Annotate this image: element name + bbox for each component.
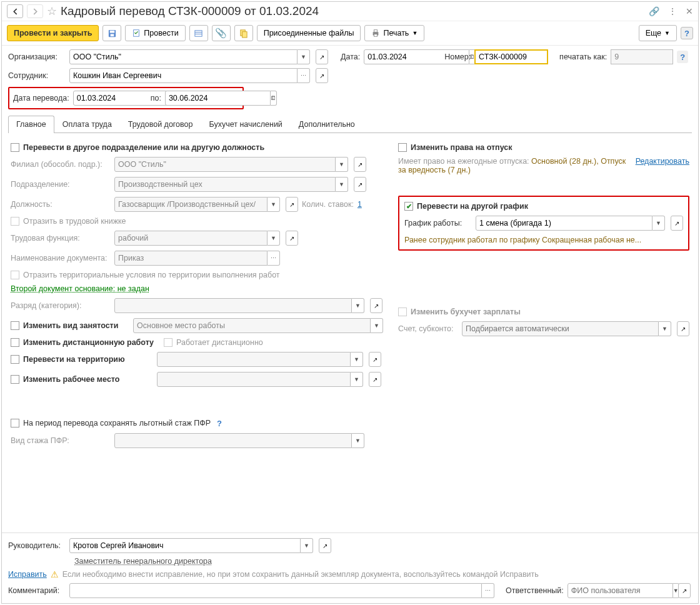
help-button[interactable]: ? xyxy=(681,27,693,39)
copy-button[interactable] xyxy=(234,25,253,41)
tab-main[interactable]: Главное xyxy=(8,116,54,132)
open-icon[interactable]: ↗ xyxy=(677,321,689,336)
accounting-label: Изменить бухучет зарплаты xyxy=(411,308,521,316)
help-icon[interactable]: ? xyxy=(214,418,224,428)
fix-link[interactable]: Исправить xyxy=(8,570,47,579)
print-button[interactable]: Печать▼ xyxy=(364,25,424,41)
svg-rect-11 xyxy=(374,34,378,37)
org-input[interactable] xyxy=(69,49,298,64)
svg-rect-1 xyxy=(110,30,115,32)
dropdown-icon[interactable]: ▼ xyxy=(652,216,665,231)
position-input xyxy=(114,197,268,212)
second-doc-link[interactable]: Второй документ основание: не задан xyxy=(11,284,149,293)
remote-chk[interactable] xyxy=(11,338,19,347)
kebab-icon[interactable]: ⋮ xyxy=(668,6,677,16)
more-button[interactable]: Еще▼ xyxy=(639,25,677,41)
rates-link[interactable]: 1 xyxy=(358,200,362,209)
svg-rect-2 xyxy=(111,34,114,36)
list-button[interactable] xyxy=(189,25,208,41)
number-input[interactable] xyxy=(474,49,548,64)
employee-input[interactable] xyxy=(69,68,298,83)
head-input[interactable] xyxy=(69,538,301,553)
account-label: Счет, субконто: xyxy=(398,324,458,333)
open-icon[interactable]: ↗ xyxy=(671,216,683,231)
post-and-close-button[interactable]: Провести и закрыть xyxy=(7,25,99,41)
func-label: Трудовая функция: xyxy=(11,234,111,242)
transfer-to-input[interactable] xyxy=(165,91,271,106)
employment-chk[interactable] xyxy=(11,321,19,330)
open-icon[interactable]: ↗ xyxy=(286,197,298,212)
territory-reflect-label: Отразить территориальные условия по терр… xyxy=(23,271,280,279)
employee-label: Сотрудник: xyxy=(8,71,66,80)
dropdown-icon[interactable]: ▼ xyxy=(352,298,364,313)
dropdown-icon[interactable]: ▼ xyxy=(268,197,280,212)
transfer-from-input[interactable] xyxy=(73,91,179,106)
tab-extra[interactable]: Дополнительно xyxy=(291,116,363,132)
docname-label: Наименование документа: xyxy=(11,254,111,262)
dropdown-icon[interactable]: ▼ xyxy=(336,157,348,172)
print-as-label: печатать как: xyxy=(559,52,607,61)
vacation-edit-link[interactable]: Редактировать xyxy=(636,157,689,166)
vacation-chk[interactable] xyxy=(398,143,407,152)
open-icon[interactable]: ↗ xyxy=(354,157,366,172)
calendar-icon[interactable]: 🗓 xyxy=(271,91,277,106)
remote-label: Изменить дистанционную работу xyxy=(23,338,154,347)
to-label: по: xyxy=(151,94,161,102)
tab-pay[interactable]: Оплата труда xyxy=(54,116,120,132)
dropdown-icon[interactable]: ▼ xyxy=(298,49,310,64)
dropdown-icon[interactable]: ▼ xyxy=(351,352,363,367)
open-icon[interactable]: ↗ xyxy=(316,49,328,64)
territory-transfer-label: Перевести на территорию xyxy=(23,355,125,364)
open-icon[interactable]: ↗ xyxy=(369,352,381,367)
pfr-chk[interactable] xyxy=(11,419,19,428)
open-icon[interactable]: ↗ xyxy=(369,372,381,387)
dropdown-icon[interactable]: ▼ xyxy=(659,321,671,336)
more-dots-icon[interactable]: ⋯ xyxy=(268,251,280,266)
dropdown-icon[interactable]: ▼ xyxy=(301,538,313,553)
open-icon[interactable]: ↗ xyxy=(354,177,366,192)
favorite-icon[interactable]: ☆ xyxy=(47,4,57,18)
schedule-chk[interactable] xyxy=(404,202,413,211)
vacation-label: Изменить права на отпуск xyxy=(411,143,512,152)
schedule-input[interactable] xyxy=(476,216,652,231)
dropdown-icon[interactable]: ▼ xyxy=(352,433,364,448)
transfer-dept-chk[interactable] xyxy=(11,143,19,152)
workplace-chk[interactable] xyxy=(11,375,19,384)
dropdown-icon[interactable]: ▼ xyxy=(351,372,363,387)
remote-work-label: Работает дистанционно xyxy=(176,338,263,347)
account-input xyxy=(462,321,659,336)
back-button[interactable] xyxy=(7,4,23,18)
territory-input xyxy=(157,352,351,367)
dept-input xyxy=(114,177,336,192)
save-button[interactable] xyxy=(102,25,121,41)
open-icon[interactable]: ↗ xyxy=(678,583,691,598)
resp-input[interactable] xyxy=(568,583,673,598)
tab-accounting[interactable]: Бухучет начислений xyxy=(201,116,290,132)
dropdown-icon[interactable]: ▼ xyxy=(371,318,383,333)
link-icon[interactable]: 🔗 xyxy=(649,6,659,16)
category-input xyxy=(114,298,352,313)
open-icon[interactable]: ↗ xyxy=(316,68,328,83)
open-icon[interactable]: ↗ xyxy=(319,538,331,553)
dropdown-icon[interactable]: ▼ xyxy=(336,177,348,192)
pfr-type-label: Вид стажа ПФР: xyxy=(11,436,111,445)
open-icon[interactable]: ↗ xyxy=(286,231,298,246)
close-icon[interactable]: ✕ xyxy=(686,6,693,16)
territory-transfer-chk[interactable] xyxy=(11,355,19,364)
dropdown-icon[interactable]: ▼ xyxy=(268,231,280,246)
print-as-input[interactable] xyxy=(611,49,673,64)
more-dots-icon[interactable]: ⋯ xyxy=(298,68,310,83)
open-icon[interactable]: ↗ xyxy=(370,298,382,313)
attached-files-button[interactable]: Присоединенные файлы xyxy=(257,25,361,41)
schedule-note: Ранее сотрудник работал по графику Сокра… xyxy=(404,236,683,244)
attach-button[interactable]: 📎 xyxy=(212,25,231,41)
transfer-dept-label: Перевести в другое подразделение или на … xyxy=(23,143,264,152)
forward-button[interactable] xyxy=(27,4,43,18)
svg-rect-10 xyxy=(374,30,378,32)
post-button[interactable]: Провести xyxy=(125,25,185,41)
more-dots-icon[interactable]: ⋯ xyxy=(482,583,494,598)
pfr-label: На период перевода сохранять льготный ст… xyxy=(23,419,211,428)
comment-input[interactable] xyxy=(69,583,482,598)
tab-contract[interactable]: Трудовой договор xyxy=(120,116,201,132)
help-icon[interactable]: ? xyxy=(677,51,688,63)
